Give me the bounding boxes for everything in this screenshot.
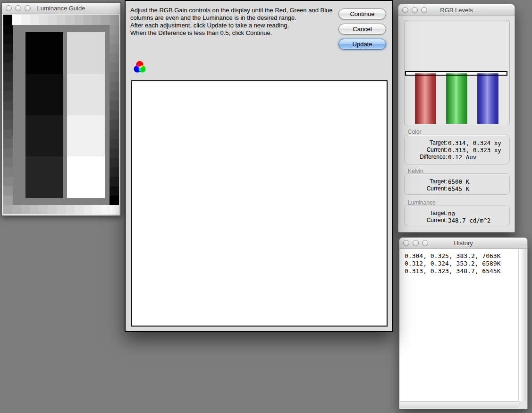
window-controls: [6, 5, 31, 11]
rgb-color-circles-icon: [134, 60, 146, 74]
ramp-cell: [110, 177, 119, 186]
color-current-row: Current: 0.313, 0.323 xy: [405, 146, 509, 154]
close-button[interactable]: [403, 240, 409, 246]
dialog-buttons: Continue Cancel Update: [338, 9, 386, 54]
ramp-cell: [39, 205, 48, 214]
ramp-cell: [110, 158, 119, 167]
ramp-cell: [25, 32, 63, 74]
ramp-cell: [110, 82, 119, 91]
ramp-cell: [84, 15, 93, 25]
rgb-levels-window: RGB Levels Color Target: 0.314, 0.324 xy…: [398, 4, 515, 232]
ramp-cell: [48, 205, 57, 214]
ramp-cell: [110, 53, 119, 63]
update-button[interactable]: Update: [338, 39, 386, 50]
ramp-cell: [3, 82, 13, 91]
ramp-cell: [3, 158, 13, 167]
minimize-button[interactable]: [412, 7, 418, 13]
ramp-cell: [48, 15, 57, 25]
ramp-cell: [75, 15, 84, 25]
green-level-bar: [446, 73, 467, 124]
luminance-guide-titlebar[interactable]: Luminance Guide: [2, 3, 120, 14]
ramp-cell: [3, 110, 13, 120]
ramp-cell: [3, 44, 13, 53]
luminance-current-row: Current: 348.7 cd/m^2: [405, 217, 509, 224]
rgb-levels-titlebar[interactable]: RGB Levels: [398, 4, 515, 16]
history-row: 0.313, 0.323, 348.7, 6545K: [405, 267, 518, 275]
instruction-line: After each adjustment, click Update to t…: [130, 22, 344, 29]
ramp-cell: [101, 15, 110, 25]
history-row: 0.312, 0.324, 353.2, 6589K: [405, 260, 518, 267]
cancel-button[interactable]: Cancel: [338, 24, 386, 34]
row-value: 6545 K: [447, 185, 469, 192]
row-value: 0.314, 0.324 xy: [447, 139, 501, 146]
ramp-cell: [3, 53, 13, 63]
row-label: Target:: [405, 178, 447, 185]
ramp-cell: [57, 15, 66, 25]
row-label: Target:: [405, 139, 447, 146]
close-button[interactable]: [6, 5, 12, 11]
row-value: 0.313, 0.323 xy: [447, 146, 501, 154]
color-group-label: Color: [408, 129, 422, 135]
rgb-gain-dialog: Adjust the RGB Gain controls on the disp…: [125, 0, 393, 332]
zoom-button[interactable]: [25, 5, 31, 11]
ramp-cell: [3, 101, 13, 110]
zoom-button[interactable]: [421, 7, 427, 13]
ramp-cell: [92, 205, 101, 214]
row-label: Difference:: [405, 154, 447, 161]
ramp-cell: [3, 15, 12, 25]
ramp-cell: [110, 110, 119, 120]
close-button[interactable]: [402, 7, 408, 13]
row-value: na: [447, 210, 455, 217]
zoom-button[interactable]: [422, 240, 428, 246]
luminance-guide-window: Luminance Guide: [1, 2, 121, 216]
ramp-cell: [110, 129, 119, 139]
ramp-cell: [3, 91, 13, 101]
rgb-bars-panel: [404, 20, 510, 125]
horizontal-scrollbar[interactable]: [400, 401, 518, 408]
ramp-cell: [3, 63, 13, 72]
kelvin-target-row: Target: 6500 K: [405, 178, 509, 185]
ramp-cell: [67, 115, 105, 157]
ramp-cell: [30, 205, 39, 214]
ramp-cell: [3, 139, 13, 148]
ramp-cell: [110, 196, 119, 205]
luminance-group-box: Target: na Current: 348.7 cd/m^2: [404, 205, 510, 226]
ramp-cell: [30, 15, 39, 25]
ramp-cell: [3, 72, 13, 82]
ramp-cell: [110, 15, 119, 25]
ramp-cell: [67, 74, 105, 115]
ramp-cell: [110, 34, 119, 44]
gray-ramp-right: [110, 25, 119, 205]
light-steps-column: [67, 32, 105, 198]
minimize-button[interactable]: [15, 5, 21, 11]
vertical-scrollbar[interactable]: [518, 249, 526, 401]
ramp-cell: [57, 205, 66, 214]
history-list: 0.304, 0.325, 383.2, 7063K0.312, 0.324, …: [400, 249, 518, 401]
ramp-cell: [3, 205, 12, 214]
minimize-button[interactable]: [413, 240, 419, 246]
ramp-cell: [110, 44, 119, 53]
ramp-cell: [110, 186, 119, 196]
ramp-cell: [39, 15, 48, 25]
row-label: Target:: [405, 210, 447, 217]
history-row: 0.304, 0.325, 383.2, 7063K: [405, 252, 518, 260]
window-controls: [403, 240, 428, 246]
ramp-cell: [110, 148, 119, 158]
window-controls: [402, 7, 427, 13]
ramp-cell: [101, 205, 110, 214]
ramp-cell: [3, 120, 13, 129]
ramp-cell: [3, 25, 13, 34]
red-level-bar: [415, 73, 436, 124]
ramp-cell: [25, 74, 63, 115]
history-window: History 0.304, 0.325, 383.2, 7063K0.312,…: [399, 237, 528, 409]
ramp-cell: [25, 115, 63, 157]
ramp-cell: [110, 63, 119, 72]
ramp-cell: [12, 15, 21, 25]
history-titlebar[interactable]: History: [399, 238, 527, 249]
ramp-cell: [110, 139, 119, 148]
luminance-target-row: Target: na: [405, 210, 509, 217]
ramp-cell: [3, 129, 13, 139]
kelvin-current-row: Current: 6545 K: [405, 185, 509, 192]
gray-ramp-top: [3, 15, 119, 25]
continue-button[interactable]: Continue: [338, 9, 386, 19]
